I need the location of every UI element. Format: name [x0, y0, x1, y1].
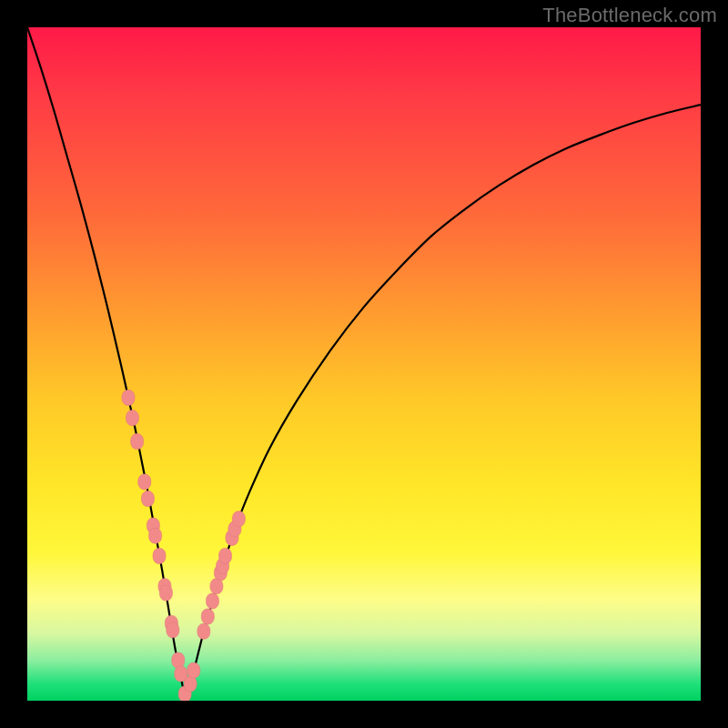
- chart-frame: TheBottleneck.com: [0, 0, 728, 728]
- marker-point: [184, 676, 197, 692]
- marker-point: [138, 474, 151, 490]
- marker-point: [126, 410, 138, 426]
- marker-point: [141, 491, 154, 507]
- marker-point: [210, 579, 223, 594]
- marker-point: [187, 662, 200, 678]
- marker-point: [131, 434, 144, 450]
- marker-point: [167, 622, 179, 638]
- bottleneck-curve: [27, 27, 701, 698]
- marker-point: [197, 623, 210, 639]
- marker-point: [232, 511, 245, 527]
- marker-point: [201, 609, 214, 624]
- marker-point: [149, 528, 162, 543]
- marker-point: [207, 593, 219, 609]
- highlighted-points: [122, 390, 245, 702]
- chart-plot-area: [27, 27, 701, 701]
- chart-svg: [27, 27, 701, 701]
- marker-point: [159, 585, 172, 601]
- marker-point: [122, 390, 135, 406]
- watermark-text: TheBottleneck.com: [542, 4, 717, 27]
- marker-point: [219, 548, 232, 563]
- marker-point: [172, 652, 185, 668]
- marker-point: [153, 548, 166, 563]
